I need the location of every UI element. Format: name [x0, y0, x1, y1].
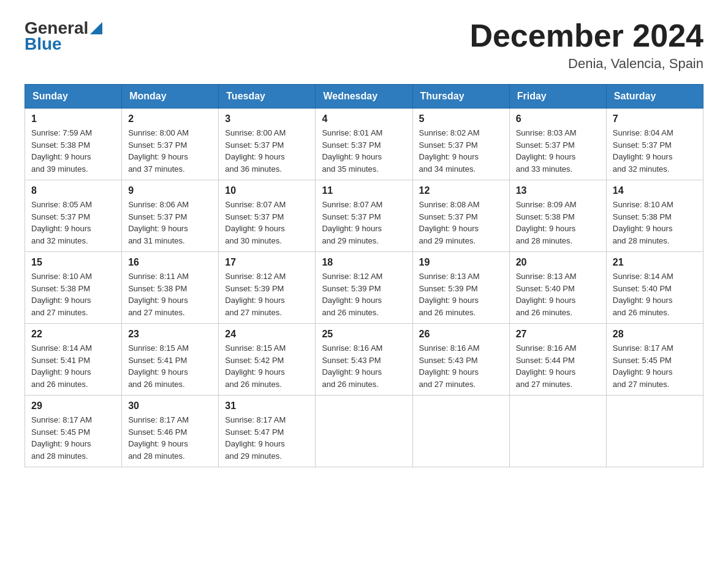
calendar-cell	[412, 396, 509, 467]
col-header-saturday: Saturday	[606, 85, 703, 109]
day-info: Sunrise: 8:12 AMSunset: 5:39 PMDaylight:…	[322, 270, 406, 318]
day-info: Sunrise: 8:13 AMSunset: 5:40 PMDaylight:…	[516, 270, 600, 318]
calendar-cell: 2Sunrise: 8:00 AMSunset: 5:37 PMDaylight…	[122, 109, 219, 180]
day-number: 14	[613, 185, 697, 196]
day-info: Sunrise: 8:11 AMSunset: 5:38 PMDaylight:…	[128, 270, 212, 318]
day-number: 17	[225, 257, 309, 268]
day-info: Sunrise: 8:01 AMSunset: 5:37 PMDaylight:…	[322, 127, 406, 175]
day-number: 16	[128, 257, 212, 268]
day-number: 9	[128, 185, 212, 196]
day-number: 20	[516, 257, 600, 268]
day-info: Sunrise: 8:16 AMSunset: 5:44 PMDaylight:…	[516, 342, 600, 390]
calendar-header-row: SundayMondayTuesdayWednesdayThursdayFrid…	[25, 85, 703, 109]
calendar-cell: 18Sunrise: 8:12 AMSunset: 5:39 PMDayligh…	[316, 252, 412, 324]
day-number: 25	[322, 329, 406, 340]
day-info: Sunrise: 8:15 AMSunset: 5:42 PMDaylight:…	[225, 342, 309, 390]
day-number: 10	[225, 185, 309, 196]
col-header-tuesday: Tuesday	[219, 85, 316, 109]
calendar-week-row: 15Sunrise: 8:10 AMSunset: 5:38 PMDayligh…	[25, 252, 703, 324]
day-info: Sunrise: 8:00 AMSunset: 5:37 PMDaylight:…	[128, 127, 212, 175]
day-info: Sunrise: 8:14 AMSunset: 5:40 PMDaylight:…	[613, 270, 697, 318]
day-info: Sunrise: 8:17 AMSunset: 5:45 PMDaylight:…	[31, 414, 115, 462]
title-block: December 2024 Denia, Valencia, Spain	[469, 18, 703, 72]
day-number: 11	[322, 185, 406, 196]
day-number: 12	[419, 185, 503, 196]
day-info: Sunrise: 8:15 AMSunset: 5:41 PMDaylight:…	[128, 342, 212, 390]
day-info: Sunrise: 8:04 AMSunset: 5:37 PMDaylight:…	[613, 127, 697, 175]
calendar-week-row: 8Sunrise: 8:05 AMSunset: 5:37 PMDaylight…	[25, 180, 703, 252]
day-info: Sunrise: 8:07 AMSunset: 5:37 PMDaylight:…	[225, 199, 309, 247]
day-number: 2	[128, 113, 212, 124]
calendar-cell: 17Sunrise: 8:12 AMSunset: 5:39 PMDayligh…	[219, 252, 316, 324]
day-number: 21	[613, 257, 697, 268]
calendar-cell: 5Sunrise: 8:02 AMSunset: 5:37 PMDaylight…	[412, 109, 509, 180]
calendar-cell: 3Sunrise: 8:00 AMSunset: 5:37 PMDaylight…	[219, 109, 316, 180]
logo: General Blue	[25, 18, 102, 54]
day-number: 3	[225, 113, 309, 124]
calendar-cell: 1Sunrise: 7:59 AMSunset: 5:38 PMDaylight…	[25, 109, 122, 180]
month-title: December 2024	[469, 18, 703, 53]
calendar-week-row: 29Sunrise: 8:17 AMSunset: 5:45 PMDayligh…	[25, 396, 703, 467]
col-header-sunday: Sunday	[25, 85, 122, 109]
day-number: 1	[31, 113, 115, 124]
day-info: Sunrise: 8:07 AMSunset: 5:37 PMDaylight:…	[322, 199, 406, 247]
day-number: 31	[225, 400, 309, 412]
day-number: 19	[419, 257, 503, 268]
day-number: 30	[128, 400, 212, 412]
day-info: Sunrise: 8:09 AMSunset: 5:38 PMDaylight:…	[516, 199, 600, 247]
day-info: Sunrise: 8:17 AMSunset: 5:45 PMDaylight:…	[613, 342, 697, 390]
calendar-cell	[316, 396, 412, 467]
day-number: 8	[31, 185, 115, 196]
day-number: 6	[516, 113, 600, 124]
calendar-cell: 31Sunrise: 8:17 AMSunset: 5:47 PMDayligh…	[219, 396, 316, 467]
calendar-cell: 22Sunrise: 8:14 AMSunset: 5:41 PMDayligh…	[25, 324, 122, 396]
calendar-cell: 14Sunrise: 8:10 AMSunset: 5:38 PMDayligh…	[606, 180, 703, 252]
day-info: Sunrise: 8:12 AMSunset: 5:39 PMDaylight:…	[225, 270, 309, 318]
calendar-cell: 30Sunrise: 8:17 AMSunset: 5:46 PMDayligh…	[122, 396, 219, 467]
day-info: Sunrise: 8:13 AMSunset: 5:39 PMDaylight:…	[419, 270, 503, 318]
col-header-wednesday: Wednesday	[316, 85, 412, 109]
calendar-cell: 25Sunrise: 8:16 AMSunset: 5:43 PMDayligh…	[316, 324, 412, 396]
day-info: Sunrise: 8:06 AMSunset: 5:37 PMDaylight:…	[128, 199, 212, 247]
day-number: 28	[613, 329, 697, 340]
calendar-cell: 28Sunrise: 8:17 AMSunset: 5:45 PMDayligh…	[606, 324, 703, 396]
day-info: Sunrise: 8:10 AMSunset: 5:38 PMDaylight:…	[613, 199, 697, 247]
col-header-friday: Friday	[509, 85, 606, 109]
day-number: 26	[419, 329, 503, 340]
day-info: Sunrise: 8:16 AMSunset: 5:43 PMDaylight:…	[322, 342, 406, 390]
col-header-monday: Monday	[122, 85, 219, 109]
calendar-cell: 16Sunrise: 8:11 AMSunset: 5:38 PMDayligh…	[122, 252, 219, 324]
calendar-cell: 26Sunrise: 8:16 AMSunset: 5:43 PMDayligh…	[412, 324, 509, 396]
day-info: Sunrise: 8:16 AMSunset: 5:43 PMDaylight:…	[419, 342, 503, 390]
calendar-cell: 10Sunrise: 8:07 AMSunset: 5:37 PMDayligh…	[219, 180, 316, 252]
day-info: Sunrise: 8:17 AMSunset: 5:47 PMDaylight:…	[225, 414, 309, 462]
calendar-cell: 21Sunrise: 8:14 AMSunset: 5:40 PMDayligh…	[606, 252, 703, 324]
day-info: Sunrise: 8:00 AMSunset: 5:37 PMDaylight:…	[225, 127, 309, 175]
day-number: 15	[31, 257, 115, 268]
location-title: Denia, Valencia, Spain	[469, 56, 703, 72]
calendar-cell: 13Sunrise: 8:09 AMSunset: 5:38 PMDayligh…	[509, 180, 606, 252]
calendar-cell: 20Sunrise: 8:13 AMSunset: 5:40 PMDayligh…	[509, 252, 606, 324]
calendar-cell: 11Sunrise: 8:07 AMSunset: 5:37 PMDayligh…	[316, 180, 412, 252]
calendar-cell: 15Sunrise: 8:10 AMSunset: 5:38 PMDayligh…	[25, 252, 122, 324]
day-info: Sunrise: 8:14 AMSunset: 5:41 PMDaylight:…	[31, 342, 115, 390]
day-number: 5	[419, 113, 503, 124]
day-number: 29	[31, 400, 115, 412]
day-info: Sunrise: 8:03 AMSunset: 5:37 PMDaylight:…	[516, 127, 600, 175]
calendar-table: SundayMondayTuesdayWednesdayThursdayFrid…	[25, 84, 703, 467]
calendar-cell: 7Sunrise: 8:04 AMSunset: 5:37 PMDaylight…	[606, 109, 703, 180]
logo-text-blue: Blue	[25, 34, 62, 54]
day-info: Sunrise: 8:08 AMSunset: 5:37 PMDaylight:…	[419, 199, 503, 247]
logo-triangle-icon	[90, 22, 102, 34]
calendar-cell: 24Sunrise: 8:15 AMSunset: 5:42 PMDayligh…	[219, 324, 316, 396]
calendar-cell: 4Sunrise: 8:01 AMSunset: 5:37 PMDaylight…	[316, 109, 412, 180]
day-info: Sunrise: 8:17 AMSunset: 5:46 PMDaylight:…	[128, 414, 212, 462]
calendar-cell	[509, 396, 606, 467]
calendar-cell: 8Sunrise: 8:05 AMSunset: 5:37 PMDaylight…	[25, 180, 122, 252]
calendar-cell: 27Sunrise: 8:16 AMSunset: 5:44 PMDayligh…	[509, 324, 606, 396]
calendar-week-row: 1Sunrise: 7:59 AMSunset: 5:38 PMDaylight…	[25, 109, 703, 180]
page-header: General Blue December 2024 Denia, Valenc…	[25, 18, 703, 72]
day-number: 13	[516, 185, 600, 196]
day-number: 22	[31, 329, 115, 340]
calendar-cell	[606, 396, 703, 467]
